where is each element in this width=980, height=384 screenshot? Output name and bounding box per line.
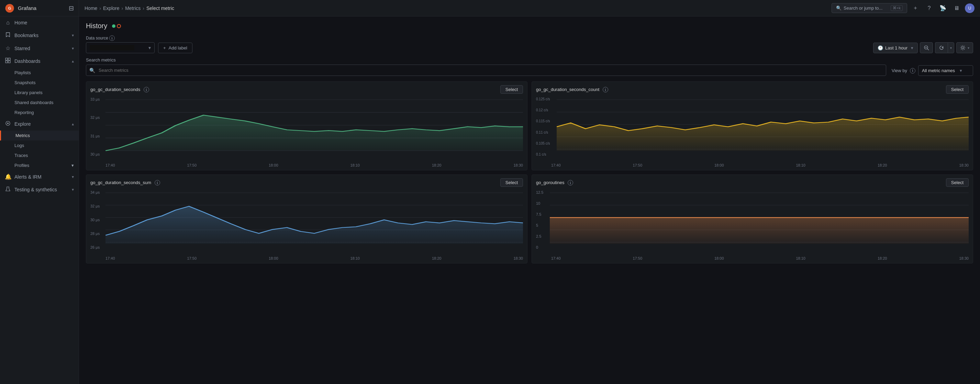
settings-chevron-icon: ▾ bbox=[967, 46, 969, 50]
add-label-btn[interactable]: + Add label bbox=[158, 43, 192, 53]
chart-container-3: 34 μs32 μs30 μs28 μs26 μs bbox=[86, 189, 527, 260]
profiles-label: Profiles bbox=[14, 163, 29, 168]
sidebar-item-shared-dashboards[interactable]: Shared dashboards bbox=[0, 98, 79, 108]
chart1-select-btn[interactable]: Select bbox=[500, 85, 523, 94]
chart4-x-axis: 17:4017:5018:0018:1018:2018:30 bbox=[536, 255, 969, 260]
add-btn[interactable]: ＋ bbox=[910, 3, 921, 14]
bookmarks-chevron-icon: ▾ bbox=[72, 33, 74, 38]
sidebar-item-playlists[interactable]: Playlists bbox=[0, 68, 79, 78]
view-by-info-icon[interactable]: ℹ bbox=[910, 68, 915, 73]
sidebar-logo[interactable]: G Grafana bbox=[5, 3, 37, 13]
sidebar-item-home[interactable]: ⌂ Home bbox=[0, 16, 79, 29]
gear-icon bbox=[960, 45, 966, 51]
chart1-svg bbox=[105, 96, 523, 158]
datasource-row: Data source ℹ ▾ + Add label 🕐 Last 1 hou… bbox=[86, 35, 973, 53]
sidebar-item-reporting[interactable]: Reporting bbox=[0, 108, 79, 117]
settings-btn[interactable]: ▾ bbox=[956, 42, 973, 53]
chart-area-3: 34 μs32 μs30 μs28 μs26 μs bbox=[91, 189, 523, 251]
time-range-label: Last 1 hour bbox=[885, 45, 907, 51]
sidebar-item-starred[interactable]: ☆ Starred ▾ bbox=[0, 42, 79, 55]
sidebar-item-logs[interactable]: Logs bbox=[0, 140, 79, 151]
news-btn[interactable]: 📡 bbox=[937, 3, 948, 14]
datasource-select[interactable]: ▾ bbox=[86, 42, 154, 53]
refresh-options-btn[interactable]: ▾ bbox=[948, 42, 954, 53]
chart1-info-icon[interactable]: ℹ bbox=[144, 87, 149, 92]
sidebar-item-bookmarks[interactable]: Bookmarks ▾ bbox=[0, 29, 79, 42]
search-shortcut: ⌘+k bbox=[891, 5, 903, 11]
datasource-info-icon[interactable]: ℹ bbox=[109, 35, 115, 41]
clock-icon: 🕐 bbox=[878, 45, 883, 51]
chart-title-group-3: go_gc_duration_seconds_sum ℹ bbox=[91, 179, 160, 186]
view-by-chevron-icon: ▾ bbox=[960, 68, 962, 73]
sidebar-item-bookmarks-label: Bookmarks bbox=[14, 33, 68, 38]
logs-label: Logs bbox=[14, 143, 24, 148]
grafana-logo-icon: G bbox=[5, 3, 14, 13]
sidebar-item-library-panels[interactable]: Library panels bbox=[0, 87, 79, 98]
right-controls: 🕐 Last 1 hour ▾ ▾ bbox=[873, 42, 973, 53]
chart4-select-btn[interactable]: Select bbox=[946, 178, 969, 187]
sidebar-item-alerts-label: Alerts & IRM bbox=[14, 174, 68, 179]
chart3-select-btn[interactable]: Select bbox=[500, 178, 523, 187]
refresh-btn[interactable] bbox=[935, 42, 948, 53]
svg-line-9 bbox=[928, 49, 929, 50]
charts-grid: go_gc_duration_seconds ℹ Select 33 μs32 … bbox=[86, 81, 973, 263]
dashboards-chevron-icon: ▴ bbox=[72, 59, 74, 63]
traces-label: Traces bbox=[14, 153, 28, 158]
global-search-bar[interactable]: 🔍 Search or jump to... ⌘+k bbox=[832, 3, 907, 13]
snapshots-label: Snapshots bbox=[14, 80, 35, 85]
chart2-info-icon[interactable]: ℹ bbox=[603, 87, 608, 92]
user-avatar[interactable]: U bbox=[965, 3, 975, 13]
svg-rect-4 bbox=[5, 61, 8, 63]
sidebar-item-dashboards[interactable]: Dashboards ▴ bbox=[0, 55, 79, 68]
search-placeholder: Search or jump to... bbox=[843, 5, 889, 11]
view-by-selected: All metric names bbox=[922, 68, 955, 73]
breadcrumb-current: Select metric bbox=[146, 5, 174, 11]
chart-title-group-2: go_gc_duration_seconds_count ℹ bbox=[536, 87, 608, 93]
chart4-info-icon[interactable]: ℹ bbox=[568, 180, 573, 186]
refresh-icon bbox=[939, 45, 944, 51]
chart3-info-icon[interactable]: ℹ bbox=[154, 180, 160, 186]
topbar: Home › Explore › Metrics › Select metric… bbox=[79, 0, 980, 16]
time-range-btn[interactable]: 🕐 Last 1 hour ▾ bbox=[873, 43, 918, 53]
sidebar-item-testing[interactable]: Testing & synthetics ▾ bbox=[0, 183, 79, 196]
svg-point-7 bbox=[7, 123, 9, 124]
breadcrumb-metrics[interactable]: Metrics bbox=[125, 5, 140, 11]
sidebar-item-alerts[interactable]: 🔔 Alerts & IRM ▾ bbox=[0, 170, 79, 183]
view-by-label: View by bbox=[892, 68, 907, 73]
alerts-icon: 🔔 bbox=[5, 173, 11, 180]
sidebar-header: G Grafana ⊟ bbox=[0, 0, 79, 16]
testing-chevron-icon: ▾ bbox=[72, 187, 74, 192]
svg-rect-2 bbox=[5, 58, 8, 60]
sidebar-item-metrics[interactable]: Metrics bbox=[0, 130, 79, 140]
chart-container-2: 0.125 c/s0.12 c/s0.115 c/s0.11 c/s0.105 … bbox=[532, 96, 973, 167]
zoom-out-btn[interactable] bbox=[920, 42, 933, 53]
chart-title-1: go_gc_duration_seconds bbox=[91, 87, 140, 92]
sidebar-item-profiles[interactable]: Profiles ▾ bbox=[0, 160, 79, 170]
explore-chevron-icon: ▴ bbox=[72, 122, 74, 126]
help-btn[interactable]: ? bbox=[924, 3, 935, 14]
sidebar-item-snapshots[interactable]: Snapshots bbox=[0, 78, 79, 87]
main-content: Home › Explore › Metrics › Select metric… bbox=[79, 0, 980, 384]
search-metrics-wrapper: 🔍 bbox=[86, 65, 886, 76]
chart-area-1: 33 μs32 μs31 μs30 μs bbox=[91, 96, 523, 158]
chart3-x-axis: 17:4017:5018:0018:1018:2018:30 bbox=[91, 255, 523, 260]
explore-icon bbox=[5, 121, 11, 127]
svg-marker-23 bbox=[557, 117, 969, 151]
search-metrics-input[interactable] bbox=[86, 65, 886, 76]
sidebar-item-traces[interactable]: Traces bbox=[0, 151, 79, 160]
sidebar-item-explore[interactable]: Explore ▴ bbox=[0, 117, 79, 130]
history-dot-orange bbox=[117, 24, 121, 28]
view-by-select[interactable]: All metric names ▾ bbox=[918, 65, 973, 76]
notifications-btn[interactable]: 🖥 bbox=[951, 3, 962, 14]
chart2-svg bbox=[557, 96, 969, 158]
svg-marker-17 bbox=[105, 115, 523, 151]
sidebar-item-explore-label: Explore bbox=[14, 121, 68, 127]
breadcrumb-explore[interactable]: Explore bbox=[103, 5, 119, 11]
testing-icon bbox=[5, 186, 11, 193]
sidebar-item-dashboards-label: Dashboards bbox=[14, 59, 68, 64]
sidebar-toggle-btn[interactable]: ⊟ bbox=[69, 5, 74, 12]
breadcrumb-home[interactable]: Home bbox=[84, 5, 97, 11]
chart2-select-btn[interactable]: Select bbox=[946, 85, 969, 94]
chart1-x-axis: 17:4017:5018:0018:1018:2018:30 bbox=[91, 162, 523, 167]
chart-title-group-4: go_goroutines ℹ bbox=[536, 179, 573, 186]
